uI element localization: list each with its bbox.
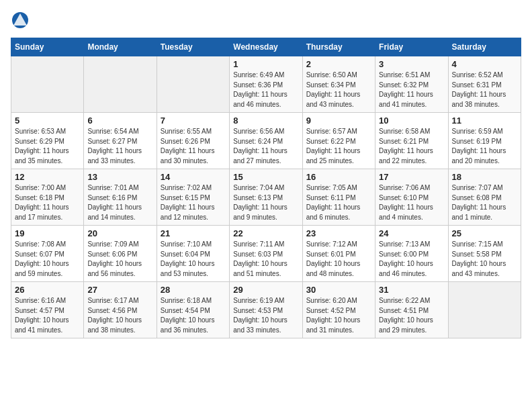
day-cell: 6Sunrise: 6:54 AM Sunset: 6:27 PM Daylig… — [84, 113, 157, 169]
day-cell: 2Sunrise: 6:50 AM Sunset: 6:34 PM Daylig… — [302, 56, 375, 113]
day-cell: 22Sunrise: 7:11 AM Sunset: 6:03 PM Dayli… — [230, 226, 302, 282]
day-number: 26 — [15, 285, 80, 295]
day-number: 2 — [306, 59, 371, 69]
day-cell: 13Sunrise: 7:01 AM Sunset: 6:16 PM Dayli… — [84, 169, 157, 226]
day-number: 27 — [87, 285, 152, 295]
day-number: 18 — [452, 172, 517, 182]
day-info: Sunrise: 6:51 AM Sunset: 6:32 PM Dayligh… — [379, 71, 444, 109]
day-cell: 21Sunrise: 7:10 AM Sunset: 6:04 PM Dayli… — [157, 226, 229, 282]
day-info: Sunrise: 7:02 AM Sunset: 6:15 PM Dayligh… — [161, 183, 226, 222]
day-number: 6 — [87, 116, 152, 126]
day-cell: 23Sunrise: 7:12 AM Sunset: 6:01 PM Dayli… — [302, 226, 375, 282]
day-number: 28 — [161, 285, 226, 295]
day-number: 25 — [452, 228, 517, 238]
day-number: 22 — [233, 228, 298, 238]
day-cell — [84, 56, 157, 113]
col-header-friday: Friday — [375, 38, 448, 56]
day-number: 24 — [379, 228, 444, 238]
day-cell: 19Sunrise: 7:08 AM Sunset: 6:07 PM Dayli… — [11, 226, 84, 282]
day-cell: 7Sunrise: 6:55 AM Sunset: 6:26 PM Daylig… — [157, 113, 229, 169]
day-number: 11 — [452, 116, 517, 126]
week-row-1: 1Sunrise: 6:49 AM Sunset: 6:36 PM Daylig… — [11, 56, 521, 113]
day-info: Sunrise: 6:50 AM Sunset: 6:34 PM Dayligh… — [306, 71, 371, 109]
day-info: Sunrise: 6:57 AM Sunset: 6:22 PM Dayligh… — [306, 127, 371, 166]
day-cell: 1Sunrise: 6:49 AM Sunset: 6:36 PM Daylig… — [230, 56, 302, 113]
day-number: 20 — [87, 228, 152, 238]
col-header-wednesday: Wednesday — [230, 38, 302, 56]
day-info: Sunrise: 6:22 AM Sunset: 4:51 PM Dayligh… — [379, 296, 444, 335]
day-number: 15 — [233, 172, 298, 182]
day-info: Sunrise: 6:54 AM Sunset: 6:27 PM Dayligh… — [87, 127, 152, 166]
day-number: 3 — [379, 59, 444, 69]
day-cell: 24Sunrise: 7:13 AM Sunset: 6:00 PM Dayli… — [375, 226, 448, 282]
day-cell: 28Sunrise: 6:18 AM Sunset: 4:54 PM Dayli… — [157, 282, 229, 338]
day-cell: 31Sunrise: 6:22 AM Sunset: 4:51 PM Dayli… — [375, 282, 448, 338]
day-number: 10 — [379, 116, 444, 126]
col-header-saturday: Saturday — [448, 38, 521, 56]
day-cell: 30Sunrise: 6:20 AM Sunset: 4:52 PM Dayli… — [302, 282, 375, 338]
day-cell: 20Sunrise: 7:09 AM Sunset: 6:06 PM Dayli… — [84, 226, 157, 282]
day-number: 29 — [233, 285, 298, 295]
day-cell: 11Sunrise: 6:59 AM Sunset: 6:19 PM Dayli… — [448, 113, 521, 169]
day-cell: 12Sunrise: 7:00 AM Sunset: 6:18 PM Dayli… — [11, 169, 84, 226]
day-number: 1 — [233, 59, 298, 69]
day-info: Sunrise: 6:49 AM Sunset: 6:36 PM Dayligh… — [233, 71, 298, 109]
day-number: 17 — [379, 172, 444, 182]
day-cell: 25Sunrise: 7:15 AM Sunset: 5:58 PM Dayli… — [448, 226, 521, 282]
day-info: Sunrise: 6:53 AM Sunset: 6:29 PM Dayligh… — [15, 127, 80, 166]
day-cell: 29Sunrise: 6:19 AM Sunset: 4:53 PM Dayli… — [230, 282, 302, 338]
col-header-monday: Monday — [84, 38, 157, 56]
day-cell: 26Sunrise: 6:16 AM Sunset: 4:57 PM Dayli… — [11, 282, 84, 338]
day-cell: 14Sunrise: 7:02 AM Sunset: 6:15 PM Dayli… — [157, 169, 229, 226]
col-header-thursday: Thursday — [302, 38, 375, 56]
day-info: Sunrise: 7:08 AM Sunset: 6:07 PM Dayligh… — [15, 240, 80, 279]
day-cell: 5Sunrise: 6:53 AM Sunset: 6:29 PM Daylig… — [11, 113, 84, 169]
calendar-table: SundayMondayTuesdayWednesdayThursdayFrid… — [11, 38, 521, 338]
day-cell: 10Sunrise: 6:58 AM Sunset: 6:21 PM Dayli… — [375, 113, 448, 169]
day-number: 13 — [87, 172, 152, 182]
day-number: 9 — [306, 116, 371, 126]
week-row-4: 19Sunrise: 7:08 AM Sunset: 6:07 PM Dayli… — [11, 226, 521, 282]
day-number: 16 — [306, 172, 371, 182]
day-info: Sunrise: 7:11 AM Sunset: 6:03 PM Dayligh… — [233, 240, 298, 279]
day-headers-row: SundayMondayTuesdayWednesdayThursdayFrid… — [11, 38, 521, 56]
week-row-3: 12Sunrise: 7:00 AM Sunset: 6:18 PM Dayli… — [11, 169, 521, 226]
day-number: 14 — [161, 172, 226, 182]
week-row-2: 5Sunrise: 6:53 AM Sunset: 6:29 PM Daylig… — [11, 113, 521, 169]
day-number: 19 — [15, 228, 80, 238]
day-info: Sunrise: 6:56 AM Sunset: 6:24 PM Dayligh… — [233, 127, 298, 166]
col-header-sunday: Sunday — [11, 38, 84, 56]
calendar-container: SundayMondayTuesdayWednesdayThursdayFrid… — [0, 0, 532, 344]
day-cell — [448, 282, 521, 338]
day-info: Sunrise: 6:19 AM Sunset: 4:53 PM Dayligh… — [233, 296, 298, 335]
day-cell: 3Sunrise: 6:51 AM Sunset: 6:32 PM Daylig… — [375, 56, 448, 113]
day-number: 31 — [379, 285, 444, 295]
day-info: Sunrise: 6:52 AM Sunset: 6:31 PM Dayligh… — [452, 71, 517, 109]
day-info: Sunrise: 6:58 AM Sunset: 6:21 PM Dayligh… — [379, 127, 444, 166]
day-info: Sunrise: 6:20 AM Sunset: 4:52 PM Dayligh… — [306, 296, 371, 335]
day-cell: 27Sunrise: 6:17 AM Sunset: 4:56 PM Dayli… — [84, 282, 157, 338]
day-number: 12 — [15, 172, 80, 182]
logo-icon — [11, 11, 30, 30]
day-cell — [11, 56, 84, 113]
day-number: 8 — [233, 116, 298, 126]
day-info: Sunrise: 7:01 AM Sunset: 6:16 PM Dayligh… — [87, 183, 152, 222]
day-number: 5 — [15, 116, 80, 126]
day-info: Sunrise: 6:18 AM Sunset: 4:54 PM Dayligh… — [161, 296, 226, 335]
day-info: Sunrise: 7:15 AM Sunset: 5:58 PM Dayligh… — [452, 240, 517, 279]
day-info: Sunrise: 7:05 AM Sunset: 6:11 PM Dayligh… — [306, 183, 371, 222]
week-row-5: 26Sunrise: 6:16 AM Sunset: 4:57 PM Dayli… — [11, 282, 521, 338]
day-info: Sunrise: 7:13 AM Sunset: 6:00 PM Dayligh… — [379, 240, 444, 279]
day-number: 21 — [161, 228, 226, 238]
day-info: Sunrise: 6:59 AM Sunset: 6:19 PM Dayligh… — [452, 127, 517, 166]
day-cell: 17Sunrise: 7:06 AM Sunset: 6:10 PM Dayli… — [375, 169, 448, 226]
logo — [11, 11, 32, 30]
day-info: Sunrise: 6:16 AM Sunset: 4:57 PM Dayligh… — [15, 296, 80, 335]
day-info: Sunrise: 7:12 AM Sunset: 6:01 PM Dayligh… — [306, 240, 371, 279]
day-info: Sunrise: 7:00 AM Sunset: 6:18 PM Dayligh… — [15, 183, 80, 222]
col-header-tuesday: Tuesday — [157, 38, 229, 56]
day-info: Sunrise: 6:17 AM Sunset: 4:56 PM Dayligh… — [87, 296, 152, 335]
day-cell: 18Sunrise: 7:07 AM Sunset: 6:08 PM Dayli… — [448, 169, 521, 226]
day-cell: 15Sunrise: 7:04 AM Sunset: 6:13 PM Dayli… — [230, 169, 302, 226]
day-number: 23 — [306, 228, 371, 238]
